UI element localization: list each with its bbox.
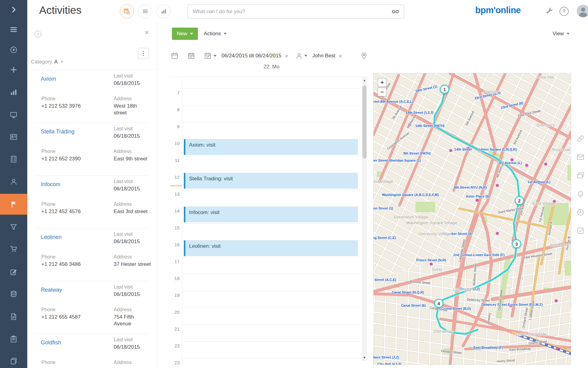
hour-line bbox=[182, 105, 361, 105]
link-tool[interactable] bbox=[576, 135, 585, 143]
sidebar-item-orders[interactable] bbox=[0, 242, 27, 255]
actions-button[interactable]: Actions bbox=[201, 28, 230, 40]
actions-button-label: Actions bbox=[204, 31, 221, 37]
sidebar-item-add[interactable] bbox=[0, 63, 27, 76]
chevron-down-icon[interactable] bbox=[214, 55, 217, 57]
company-name-link[interactable]: Leolinen bbox=[41, 234, 62, 240]
category-filter-tag: Category A × bbox=[31, 59, 63, 65]
task-check-icon bbox=[576, 227, 585, 235]
sidebar-item-employees[interactable] bbox=[0, 175, 27, 188]
company-field: Address bbox=[114, 360, 151, 366]
route-marker[interactable]: 1 bbox=[440, 85, 449, 94]
tasks-tool[interactable] bbox=[576, 227, 585, 235]
sidebar-item-accounts[interactable] bbox=[0, 152, 27, 166]
analytics-view-button[interactable] bbox=[157, 4, 171, 18]
panel-menu-button[interactable] bbox=[138, 48, 149, 59]
search-input[interactable] bbox=[188, 9, 387, 15]
hour-line bbox=[182, 341, 361, 342]
view-button-label: View bbox=[552, 31, 564, 37]
help-button[interactable]: ? bbox=[560, 7, 569, 16]
calendar-period-icon[interactable] bbox=[204, 52, 212, 60]
company-name-link[interactable]: Axiom bbox=[41, 76, 56, 82]
visits-view-button[interactable] bbox=[120, 4, 134, 18]
calendar-event[interactable]: Infocom: visit bbox=[184, 207, 358, 222]
scroll-thumb[interactable] bbox=[362, 86, 366, 159]
scroll-down-button[interactable]: ▼ bbox=[362, 354, 367, 361]
settings-wrench-icon[interactable] bbox=[545, 7, 553, 15]
calendar-event[interactable]: Leolinen: visit bbox=[184, 240, 358, 256]
mail-tool[interactable] bbox=[576, 153, 585, 161]
company-name-link[interactable]: Stella Trading bbox=[41, 128, 74, 135]
analytics-icon bbox=[160, 8, 167, 15]
screens-tool[interactable] bbox=[576, 171, 585, 180]
reminders-tool[interactable] bbox=[576, 208, 585, 217]
calendar-schedule-icon[interactable] bbox=[187, 52, 195, 60]
sidebar-item-collapse[interactable] bbox=[0, 3, 27, 16]
company-field: Last visit06/18/2015 bbox=[114, 337, 152, 351]
funnel-icon bbox=[9, 223, 18, 231]
company-name-link[interactable]: Goldfish bbox=[41, 339, 61, 346]
company-field: Phone+1 212 652 2390 bbox=[41, 149, 106, 162]
sidebar-item-run-process[interactable] bbox=[0, 43, 27, 56]
hour-label: 18 bbox=[170, 276, 180, 281]
info-icon[interactable]: i bbox=[35, 31, 41, 37]
panel-close-button[interactable]: × bbox=[145, 29, 149, 36]
tag-remove-icon[interactable]: × bbox=[60, 59, 63, 64]
go-button[interactable]: GO bbox=[387, 9, 404, 14]
company-field: Address37 Hester street bbox=[114, 254, 151, 268]
sidebar-item-knowledge[interactable] bbox=[0, 354, 27, 368]
hour-line bbox=[182, 308, 361, 308]
route-marker[interactable]: 3 bbox=[512, 239, 521, 248]
sidebar-item-field-sales[interactable] bbox=[0, 197, 27, 211]
menu-icon bbox=[9, 25, 18, 34]
sidebar-item-contacts[interactable] bbox=[0, 130, 27, 144]
sidebar-item-projects[interactable] bbox=[0, 332, 27, 346]
notifications-tool[interactable] bbox=[576, 190, 585, 198]
zoom-out-button[interactable]: − bbox=[378, 88, 386, 96]
date-filter-remove-icon[interactable]: × bbox=[285, 53, 288, 59]
play-circle-icon bbox=[9, 46, 18, 54]
hour-line bbox=[182, 190, 361, 190]
company-name-link[interactable]: Infocom bbox=[41, 181, 60, 188]
zoom-in-button[interactable]: + bbox=[378, 78, 386, 87]
chevron-down-icon[interactable] bbox=[304, 55, 307, 57]
chevron-down-icon bbox=[190, 33, 193, 35]
map-pin-icon[interactable] bbox=[360, 52, 368, 60]
calendar-event[interactable]: Axiom: visit bbox=[184, 139, 358, 155]
sidebar-item-desktop[interactable] bbox=[0, 108, 27, 121]
new-button[interactable]: New bbox=[172, 28, 198, 40]
calendar-icon[interactable] bbox=[171, 52, 179, 60]
route-marker[interactable]: 4 bbox=[434, 299, 443, 308]
layers-copy-icon bbox=[9, 357, 18, 365]
sidebar-item-dashboards[interactable] bbox=[0, 85, 27, 99]
company-entry: RealwayLast visit06/18/2015Phone+1 212 6… bbox=[35, 281, 149, 334]
owner-filter-remove-icon[interactable]: × bbox=[339, 53, 342, 59]
company-entry: GoldfishLast visit06/18/2015PhoneAddress bbox=[35, 334, 149, 368]
edit-note-icon bbox=[9, 268, 18, 276]
right-toolbar bbox=[575, 135, 586, 235]
company-field: Last visit06/18/2015 bbox=[114, 284, 152, 298]
view-button[interactable]: View bbox=[552, 28, 570, 40]
chevron-down-icon bbox=[567, 33, 570, 35]
date-range-filter[interactable]: 06/24/2015 till 06/24/2015 bbox=[222, 53, 282, 59]
route-marker[interactable]: 2 bbox=[515, 196, 524, 205]
owner-icon[interactable] bbox=[295, 52, 303, 60]
calendar-event[interactable]: Stella Trading: visit bbox=[184, 173, 358, 189]
sidebar-item-finances[interactable] bbox=[0, 287, 27, 301]
list-view-button[interactable] bbox=[138, 4, 152, 18]
till-label: till bbox=[249, 53, 254, 59]
document-icon bbox=[9, 312, 18, 321]
calendar-scrollbar[interactable]: ▲ ▼ bbox=[362, 77, 367, 361]
bell-icon bbox=[576, 190, 585, 198]
hour-label: 15 bbox=[170, 225, 180, 230]
sidebar-item-documents[interactable] bbox=[0, 310, 27, 323]
map-view[interactable]: 18th Street (1)23rd Street (N,R)23rd Str… bbox=[373, 73, 571, 365]
scroll-up-button[interactable]: ▲ bbox=[362, 77, 367, 84]
hour-line bbox=[182, 358, 361, 358]
owner-filter[interactable]: John Best bbox=[312, 53, 336, 59]
sidebar-item-menu[interactable] bbox=[0, 23, 27, 36]
user-avatar[interactable] bbox=[577, 5, 588, 17]
company-name-link[interactable]: Realway bbox=[41, 287, 62, 293]
sidebar-item-tasks[interactable] bbox=[0, 265, 27, 278]
sidebar-item-funnel[interactable] bbox=[0, 220, 27, 234]
